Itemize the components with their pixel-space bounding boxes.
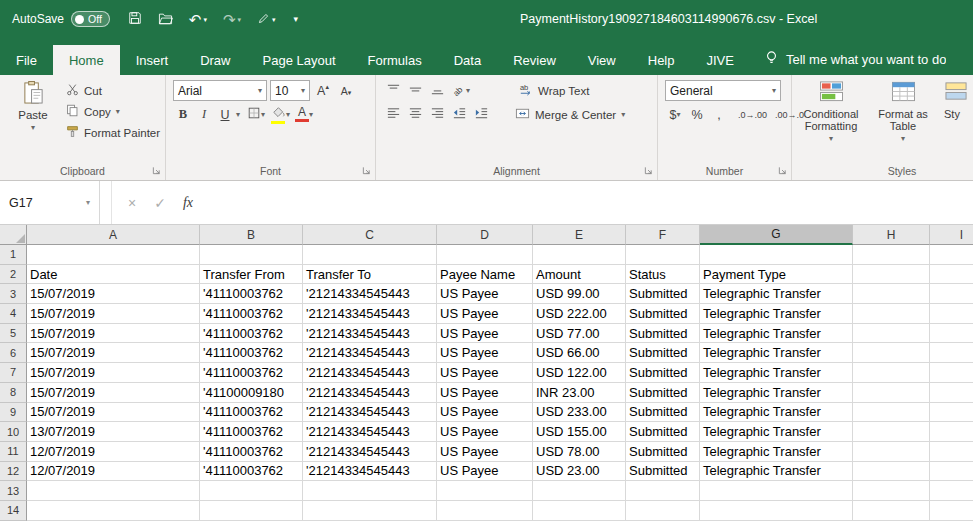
select-all-corner[interactable] xyxy=(0,225,27,245)
increase-font-size-button[interactable]: A▴ xyxy=(313,80,333,101)
cell-D8[interactable]: US Payee xyxy=(437,383,533,403)
cell-I10[interactable] xyxy=(930,422,973,442)
bold-button[interactable]: B xyxy=(173,104,193,125)
tell-me-box[interactable]: Tell me what you want to do xyxy=(764,50,946,68)
cell-H3[interactable] xyxy=(853,284,930,304)
cell-I4[interactable] xyxy=(930,304,973,324)
cell-C2[interactable]: Transfer To xyxy=(303,265,437,285)
cell-E12[interactable]: USD 23.00 xyxy=(533,462,626,482)
cell-I12[interactable] xyxy=(930,462,973,482)
clipboard-dialog-launcher[interactable] xyxy=(152,166,161,175)
align-bottom-button[interactable] xyxy=(427,80,447,101)
cell-I6[interactable] xyxy=(930,343,973,363)
cell-A14[interactable] xyxy=(27,501,200,521)
tab-page-layout[interactable]: Page Layout xyxy=(247,45,352,75)
cell-G10[interactable]: Telegraphic Transfer xyxy=(700,422,853,442)
cell-G9[interactable]: Telegraphic Transfer xyxy=(700,403,853,423)
column-header-H[interactable]: H xyxy=(853,225,930,245)
cell-D5[interactable]: US Payee xyxy=(437,324,533,344)
row-header-4[interactable]: 4 xyxy=(0,304,27,324)
cell-E9[interactable]: USD 233.00 xyxy=(533,403,626,423)
cell-E4[interactable]: USD 222.00 xyxy=(533,304,626,324)
column-header-A[interactable]: A xyxy=(27,225,200,245)
cell-A6[interactable]: 15/07/2019 xyxy=(27,343,200,363)
cell-I11[interactable] xyxy=(930,442,973,462)
cell-A7[interactable]: 15/07/2019 xyxy=(27,363,200,383)
cell-D13[interactable] xyxy=(437,481,533,501)
cell-C13[interactable] xyxy=(303,481,437,501)
borders-button[interactable]: ▾ xyxy=(245,104,267,125)
tab-review[interactable]: Review xyxy=(497,45,572,75)
cell-G13[interactable] xyxy=(700,481,853,501)
cell-D1[interactable] xyxy=(437,245,533,265)
tab-insert[interactable]: Insert xyxy=(120,45,185,75)
cell-D9[interactable]: US Payee xyxy=(437,403,533,423)
cell-E1[interactable] xyxy=(533,245,626,265)
cell-E7[interactable]: USD 122.00 xyxy=(533,363,626,383)
cell-D12[interactable]: US Payee xyxy=(437,462,533,482)
cell-D4[interactable]: US Payee xyxy=(437,304,533,324)
cell-G3[interactable]: Telegraphic Transfer xyxy=(700,284,853,304)
cell-A2[interactable]: Date xyxy=(27,265,200,285)
cell-A13[interactable] xyxy=(27,481,200,501)
cell-G2[interactable]: Payment Type xyxy=(700,265,853,285)
cell-I9[interactable] xyxy=(930,403,973,423)
row-header-5[interactable]: 5 xyxy=(0,324,27,344)
align-middle-button[interactable] xyxy=(405,80,425,101)
wrap-text-button[interactable]: abWrap Text xyxy=(514,80,593,101)
cell-B2[interactable]: Transfer From xyxy=(200,265,303,285)
tab-data[interactable]: Data xyxy=(438,45,497,75)
cell-B11[interactable]: '41110003762 xyxy=(200,442,303,462)
cell-E13[interactable] xyxy=(533,481,626,501)
align-center-button[interactable] xyxy=(405,104,425,125)
format-painter-button[interactable]: Format Painter xyxy=(62,122,164,143)
number-format-select[interactable]: General▾ xyxy=(665,80,781,101)
cell-H1[interactable] xyxy=(853,245,930,265)
cell-B1[interactable] xyxy=(200,245,303,265)
cell-H13[interactable] xyxy=(853,481,930,501)
column-header-F[interactable]: F xyxy=(626,225,700,245)
cut-button[interactable]: Cut xyxy=(62,80,164,101)
tab-view[interactable]: View xyxy=(572,45,632,75)
row-header-12[interactable]: 12 xyxy=(0,462,27,482)
cell-B13[interactable] xyxy=(200,481,303,501)
cell-D6[interactable]: US Payee xyxy=(437,343,533,363)
cell-G5[interactable]: Telegraphic Transfer xyxy=(700,324,853,344)
row-header-9[interactable]: 9 xyxy=(0,403,27,423)
underline-button[interactable]: U xyxy=(215,104,235,125)
cell-H2[interactable] xyxy=(853,265,930,285)
cell-B3[interactable]: '41110003762 xyxy=(200,284,303,304)
cell-H7[interactable] xyxy=(853,363,930,383)
number-dialog-launcher[interactable] xyxy=(778,166,787,175)
cell-G6[interactable]: Telegraphic Transfer xyxy=(700,343,853,363)
tab-formulas[interactable]: Formulas xyxy=(352,45,438,75)
cell-B10[interactable]: '41110003762 xyxy=(200,422,303,442)
cell-B9[interactable]: '41110003762 xyxy=(200,403,303,423)
font-color-button[interactable]: A▾ xyxy=(293,104,315,125)
customize-toolbar-button[interactable]: ▾ xyxy=(284,15,307,24)
tab-draw[interactable]: Draw xyxy=(184,45,246,75)
cell-G14[interactable] xyxy=(700,501,853,521)
cell-F7[interactable]: Submitted xyxy=(626,363,700,383)
cell-styles-button[interactable]: Sty xyxy=(940,80,973,145)
cell-E10[interactable]: USD 155.00 xyxy=(533,422,626,442)
cell-B7[interactable]: '41110003762 xyxy=(200,363,303,383)
cell-A11[interactable]: 12/07/2019 xyxy=(27,442,200,462)
row-header-11[interactable]: 11 xyxy=(0,442,27,462)
cell-F14[interactable] xyxy=(626,501,700,521)
qat-custom-button[interactable]: ▾ xyxy=(249,12,284,27)
cell-F8[interactable]: Submitted xyxy=(626,383,700,403)
cell-I2[interactable] xyxy=(930,265,973,285)
underline-options-icon[interactable]: ▾ xyxy=(236,110,240,119)
cell-I13[interactable] xyxy=(930,481,973,501)
column-header-E[interactable]: E xyxy=(533,225,626,245)
cell-C14[interactable] xyxy=(303,501,437,521)
cell-I8[interactable] xyxy=(930,383,973,403)
cell-F2[interactable]: Status xyxy=(626,265,700,285)
cell-C12[interactable]: '21214334545443 xyxy=(303,462,437,482)
row-header-8[interactable]: 8 xyxy=(0,383,27,403)
autosave-toggle[interactable]: AutoSave Off xyxy=(12,11,110,27)
tab-file[interactable]: File xyxy=(0,45,53,75)
fill-color-button[interactable]: ▾ xyxy=(268,104,292,125)
enter-icon[interactable]: ✓ xyxy=(146,195,174,211)
